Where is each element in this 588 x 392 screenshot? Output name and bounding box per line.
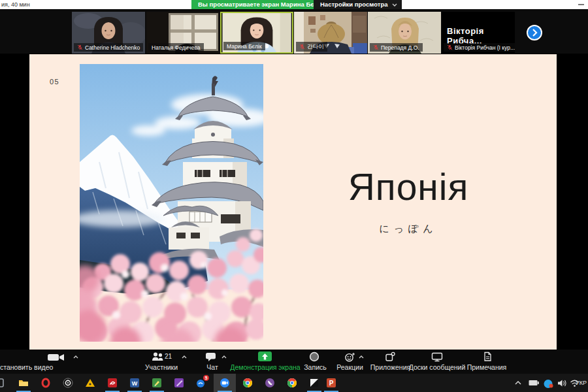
window-title: ия, 40 мин — [1, 1, 30, 8]
viber-icon[interactable] — [265, 378, 275, 388]
slide-subtitle: にっぽん — [304, 223, 513, 235]
slide-title-block: Японія にっぽん — [304, 165, 513, 235]
view-settings-button[interactable]: Настройки просмотра — [314, 0, 402, 9]
tray-app-icon[interactable] — [544, 379, 553, 389]
video-camera-icon[interactable] — [47, 352, 65, 363]
chrome-icon[interactable] — [242, 378, 253, 388]
minimize-icon[interactable] — [578, 4, 584, 5]
speaker-icon[interactable] — [557, 379, 567, 387]
notes-button[interactable]: Примечания — [461, 363, 512, 371]
chevron-up-icon[interactable] — [221, 355, 227, 359]
tray-expand-icon[interactable] — [515, 379, 521, 387]
chrome-icon-2[interactable] — [287, 378, 297, 388]
arrow-up-icon — [258, 351, 272, 361]
japan-castle-fuji-photo — [80, 64, 263, 342]
participant-name-label: 간타이 — [296, 42, 327, 52]
share-screen-label[interactable]: Демонстрация экрана — [230, 363, 301, 371]
zoom-meeting-screen: { "window": { "title_fragment": "ия, 40 … — [0, 0, 588, 392]
shared-screen-slide: 05 — [29, 54, 557, 350]
screen-share-banner: Вы просматриваете экран Марина Бєлік — [191, 0, 329, 9]
record-button[interactable]: Запись — [297, 363, 333, 371]
stop-video-button[interactable]: становить видео — [0, 363, 85, 371]
participant-name-label: Наталья Федичева — [148, 43, 204, 52]
svg-text:W: W — [132, 380, 138, 387]
window-titlebar: ия, 40 мин Вы просматриваете экран Марин… — [0, 0, 588, 9]
partial-app-icon[interactable] — [0, 378, 5, 388]
whiteboards-icon[interactable] — [431, 352, 443, 362]
participant-tile[interactable]: 간타이 — [294, 12, 367, 54]
muted-mic-icon — [447, 44, 453, 50]
warning-triangle-icon[interactable] — [85, 378, 95, 388]
chevron-down-icon — [392, 3, 397, 7]
svg-text:P: P — [329, 380, 334, 387]
meeting-toolbar: становить видео 21 Участники Чат Демонст… — [0, 350, 588, 374]
participant-strip: Catherine Hladchenko Наталья Федичева — [0, 9, 588, 54]
image-editor-icon[interactable] — [152, 378, 162, 388]
notification-badge: 5 — [203, 375, 209, 381]
participant-name-label: Марина Бєлік — [223, 42, 265, 50]
apps-icon[interactable] — [385, 351, 395, 362]
muted-mic-icon — [299, 44, 305, 50]
participant-name-label: Перепадя Д.О. — [370, 43, 423, 52]
chevron-right-icon — [528, 26, 541, 39]
powerpoint-icon[interactable]: P — [326, 378, 336, 388]
chat-icon[interactable] — [205, 352, 217, 362]
chevron-up-icon[interactable] — [359, 355, 364, 359]
muted-mic-icon — [77, 44, 83, 50]
word-icon[interactable]: W — [129, 378, 140, 388]
chat-button[interactable]: Чат — [197, 363, 227, 371]
next-participants-button[interactable] — [527, 25, 542, 41]
language-indicator[interactable]: УКР — [576, 380, 587, 386]
participants-icon[interactable] — [152, 352, 165, 361]
slide-title: Японія — [304, 165, 513, 208]
participant-tile-camera-off[interactable]: Вікторія Рибча... Вікторія Рибчан (І кур… — [442, 12, 515, 54]
participant-name-label: Catherine Hladchenko — [74, 43, 143, 52]
messenger-icon[interactable]: 5 — [196, 378, 206, 388]
slide-page-number: 05 — [50, 78, 59, 86]
reactions-button[interactable]: Реакции — [332, 363, 368, 371]
participant-tile[interactable]: Наталья Федичева — [146, 12, 220, 54]
file-explorer-icon[interactable] — [18, 378, 29, 388]
participant-tile-active-speaker[interactable]: Марина Бєлік — [220, 12, 293, 54]
chevron-up-icon[interactable] — [73, 355, 78, 359]
share-screen-button[interactable] — [258, 351, 272, 361]
participants-count: 21 — [165, 353, 172, 360]
chevron-up-icon[interactable] — [182, 355, 187, 359]
participant-name-label: Вікторія Рибчан (І кур... — [444, 43, 515, 52]
battery-icon[interactable] — [529, 379, 540, 387]
capture-app-icon[interactable] — [309, 378, 319, 388]
notes-icon[interactable] — [483, 351, 493, 362]
participant-tile[interactable]: Перепадя Д.О. — [368, 12, 441, 54]
reactions-smiley-icon[interactable] — [344, 352, 355, 362]
muted-mic-icon — [373, 44, 379, 50]
record-icon[interactable] — [309, 351, 319, 362]
zoom-app-icon[interactable] — [220, 378, 230, 388]
participants-button[interactable]: Участники — [137, 363, 186, 371]
target-circle-icon[interactable] — [63, 378, 73, 388]
opera-icon[interactable] — [41, 378, 51, 388]
purple-app-icon[interactable] — [174, 378, 184, 388]
windows-taskbar: W 5 P УКР — [0, 374, 588, 392]
participant-tile[interactable]: Catherine Hladchenko — [72, 12, 145, 54]
acrobat-icon[interactable] — [107, 378, 118, 388]
